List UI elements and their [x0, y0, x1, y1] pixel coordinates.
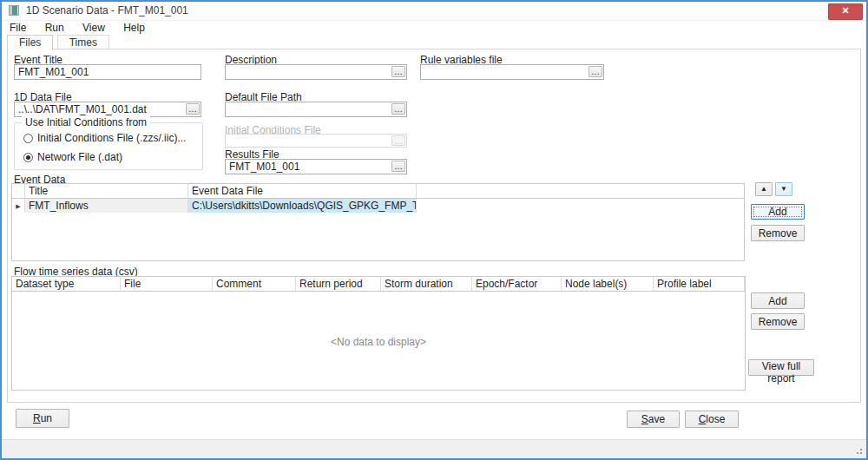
event-title-fieldbox [14, 64, 201, 80]
rule-variables-input[interactable] [420, 64, 604, 80]
close-dialog-button[interactable]: Close [685, 411, 739, 428]
column-header-storm-duration[interactable]: Storm duration [381, 277, 472, 292]
menu-view[interactable]: View [75, 21, 113, 34]
app-icon [9, 5, 19, 16]
title-bar[interactable]: 1D Scenario Data - FMT_M01_001 ✕ [2, 2, 866, 20]
up-arrow-icon: ▲ [760, 185, 767, 193]
data-file-input[interactable] [14, 102, 201, 117]
files-tab-page: Event Title Description … Rule variables… [7, 49, 861, 403]
run-button[interactable]: Run [16, 409, 69, 428]
close-icon: ✕ [841, 5, 849, 16]
tab-files[interactable]: Files [7, 35, 53, 50]
save-button[interactable]: Save [627, 411, 680, 428]
initial-conditions-group-title: Use Initial Conditions from [22, 116, 150, 128]
tab-times[interactable]: Times [57, 35, 109, 49]
radio-network-file[interactable]: Network File (.dat) [23, 151, 122, 163]
no-data-placeholder: <No data to display> [12, 336, 745, 348]
column-header-epoch-factor[interactable]: Epoch/Factor [472, 277, 562, 292]
row-selector-header [12, 184, 25, 199]
data-file-browse-button[interactable]: … [186, 103, 200, 115]
initial-conditions-fieldbox: … [225, 134, 407, 148]
menu-help[interactable]: Help [115, 21, 153, 34]
column-header-profile-label[interactable]: Profile label [654, 277, 745, 292]
column-header-return-period[interactable]: Return period [296, 277, 381, 292]
radio-initial-conditions-file[interactable]: Initial Conditions File (.zzs/.iic)... [23, 132, 186, 144]
column-header-title[interactable]: Title [25, 184, 188, 199]
default-path-input[interactable] [225, 102, 407, 117]
description-fieldbox: … [225, 64, 407, 80]
event-data-remove-button[interactable]: Remove [751, 225, 805, 241]
flow-data-grid: Dataset type File Comment Return period … [11, 276, 746, 391]
rule-variables-fieldbox: … [420, 64, 604, 80]
initial-conditions-input [225, 134, 407, 148]
flow-data-header-row: Dataset type File Comment Return period … [12, 277, 745, 292]
event-data-grid: Title Event Data File ▶ FMT_Inflows C:\U… [11, 183, 745, 261]
event-data-add-button[interactable]: Add [751, 204, 805, 220]
status-bar [2, 439, 866, 458]
ellipsis-icon: … [591, 67, 600, 76]
row-marker-icon: ▶ [16, 203, 20, 209]
ellipsis-icon: … [394, 161, 403, 171]
event-title-input[interactable] [14, 64, 201, 80]
column-header-dataset-type[interactable]: Dataset type [12, 277, 121, 292]
menu-bar: File Run View Help [2, 20, 866, 36]
scenario-dialog-window: 1D Scenario Data - FMT_M01_001 ✕ File Ru… [0, 0, 868, 460]
move-up-button[interactable]: ▲ [755, 182, 773, 196]
view-full-report-button[interactable]: View full report [748, 359, 814, 376]
event-data-header-row: Title Event Data File [12, 184, 744, 199]
move-down-button[interactable]: ▼ [775, 182, 792, 196]
column-header-file[interactable]: File [121, 277, 213, 292]
ellipsis-icon: … [188, 104, 197, 114]
row-selector-cell[interactable]: ▶ [12, 199, 25, 213]
ellipsis-icon: … [394, 104, 403, 114]
default-path-fieldbox: … [225, 102, 407, 117]
resize-grip-icon[interactable] [860, 452, 862, 454]
event-data-file-cell[interactable]: C:\Users\dkitts\Downloads\QGIS_GPKG_FMP_… [188, 199, 417, 213]
event-title-cell[interactable]: FMT_Inflows [25, 199, 188, 213]
default-path-browse-button[interactable]: … [391, 103, 405, 115]
window-title: 1D Scenario Data - FMT_M01_001 [26, 4, 188, 16]
table-row[interactable]: ▶ FMT_Inflows C:\Users\dkitts\Downloads\… [12, 199, 744, 213]
results-file-input[interactable] [225, 159, 407, 174]
data-file-fieldbox: … [14, 102, 201, 117]
column-header-node-labels[interactable]: Node label(s) [562, 277, 654, 292]
column-header-comment[interactable]: Comment [213, 277, 296, 292]
down-arrow-icon: ▼ [780, 185, 787, 193]
initial-conditions-groupbox: Use Initial Conditions from Initial Cond… [14, 122, 203, 170]
ellipsis-icon: … [394, 67, 403, 76]
tab-strip: Files Times [7, 35, 110, 49]
radio-icon[interactable] [23, 134, 33, 143]
initial-conditions-browse-button: … [391, 135, 405, 146]
menu-file[interactable]: File [2, 21, 34, 34]
flow-data-add-button[interactable]: Add [751, 292, 805, 309]
flow-data-remove-button[interactable]: Remove [751, 313, 805, 330]
results-file-browse-button[interactable]: … [391, 161, 405, 172]
menu-run[interactable]: Run [37, 21, 72, 34]
ellipsis-icon: … [394, 136, 403, 146]
results-file-fieldbox: … [225, 159, 407, 174]
column-header-event-data-file[interactable]: Event Data File [188, 184, 417, 199]
description-input[interactable] [225, 64, 407, 80]
close-button[interactable]: ✕ [828, 3, 863, 20]
description-browse-button[interactable]: … [391, 66, 405, 77]
rule-variables-browse-button[interactable]: … [589, 66, 602, 77]
radio-checked-icon[interactable] [23, 153, 33, 162]
